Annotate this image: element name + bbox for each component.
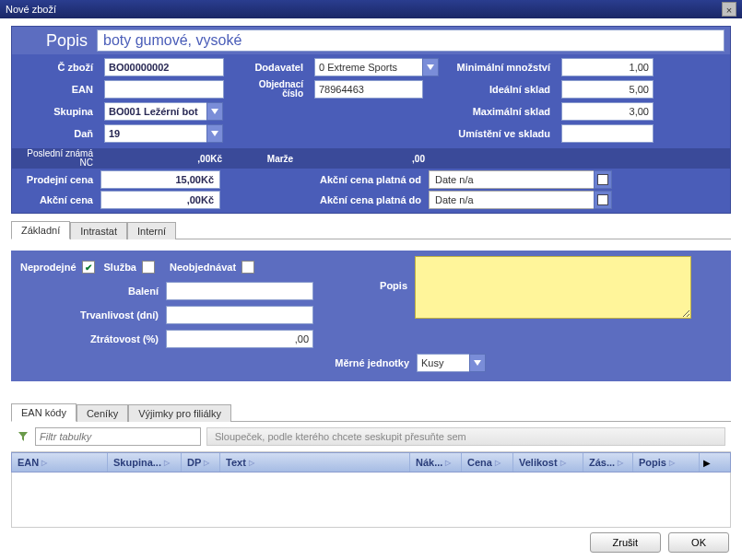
column-popis[interactable]: Popis▷ [633, 453, 700, 472]
akcni-od-label: Akční cena platná od [220, 174, 429, 185]
sluzba-checkbox[interactable] [142, 261, 155, 274]
column-skupina[interactable]: Skupina...▷ [108, 453, 182, 472]
main-panel: Popis Č zboží Dodavatel Minimální množst… [11, 26, 731, 214]
prodejni-input[interactable] [100, 170, 220, 189]
calendar-icon[interactable] [594, 170, 612, 189]
middle-panel: Neprodejné Služba Neobjednávat Balení Tr… [11, 251, 731, 381]
skupina-label: Skupina [18, 106, 100, 117]
grid-header: EAN▷ Skupina...▷ DP▷ Text▷ Nák...▷ Cena▷… [11, 452, 731, 472]
tab-zakladni[interactable]: Základní [11, 221, 70, 239]
column-velikost[interactable]: Velikost▷ [513, 453, 583, 472]
ok-button[interactable]: OK [668, 532, 729, 553]
ztratovost-label: Ztrátovost (%) [20, 333, 159, 344]
tab-vyjimky[interactable]: Výjimky pro filiálky [128, 404, 231, 422]
filter-input[interactable] [35, 427, 201, 446]
popis2-label: Popis [371, 280, 407, 291]
column-ean[interactable]: EAN▷ [12, 453, 108, 472]
dan-dropdown-icon[interactable] [206, 124, 223, 143]
objednaci-input[interactable] [314, 80, 423, 99]
prodejni-label: Prodejní cena [18, 174, 100, 185]
maximal-input[interactable] [561, 102, 654, 121]
scroll-right-icon[interactable]: ▶ [700, 458, 714, 468]
column-zas[interactable]: Zás...▷ [583, 453, 633, 472]
posledni-nc-label: Poslední známá NC [12, 149, 100, 168]
idealni-label: Ideální sklad [447, 84, 558, 95]
umisteni-input[interactable] [561, 124, 654, 143]
trvanlivost-label: Trvanlivost (dní) [20, 309, 159, 321]
tab-ceniky[interactable]: Ceníky [77, 404, 128, 422]
akcni-do-label: Akční cena platná do [220, 194, 429, 205]
column-cena[interactable]: Cena▷ [462, 453, 513, 472]
popis-label: Popis [18, 31, 97, 51]
dodavatel-select[interactable] [314, 58, 423, 76]
tab-intrastat[interactable]: Intrastat [70, 222, 127, 239]
marze-label: Marže [230, 154, 331, 164]
skupina-dropdown-icon[interactable] [206, 102, 223, 121]
window-titlebar: Nové zboží × [0, 0, 742, 18]
dan-label: Daň [18, 128, 100, 139]
akcni-do-input[interactable]: Date n/a [429, 191, 595, 209]
neobjednavat-checkbox[interactable] [241, 261, 254, 274]
maximal-label: Maximální sklad [447, 106, 558, 117]
merne-select[interactable] [417, 354, 470, 372]
upper-tabs: Základní Intrastat Interní [11, 219, 731, 239]
dodavatel-dropdown-icon[interactable] [422, 58, 439, 76]
merne-dropdown-icon[interactable] [469, 354, 486, 372]
group-hint: Sloupeček, podle kterého chcete seskupit… [206, 427, 725, 446]
objednaci-label: Objednací číslo [237, 80, 311, 99]
posledni-nc-value: ,00Kč [100, 154, 230, 164]
tab-interni[interactable]: Interní [127, 222, 176, 239]
dan-select[interactable] [104, 124, 207, 143]
minmnoz-label: Minimální množství [447, 62, 558, 73]
popis2-textarea[interactable] [415, 256, 691, 319]
neprodejne-checkbox[interactable] [82, 261, 95, 274]
calendar-icon[interactable] [594, 191, 612, 209]
ztratovost-input[interactable] [166, 330, 313, 348]
idealni-input[interactable] [561, 80, 654, 99]
window-title: Nové zboží [6, 0, 56, 18]
marze-value: ,00 [331, 154, 432, 164]
czbozi-input[interactable] [104, 58, 224, 76]
akcni-od-input[interactable]: Date n/a [429, 170, 595, 189]
skupina-select[interactable] [104, 102, 207, 121]
trvanlivost-input[interactable] [166, 306, 313, 324]
umisteni-label: Umístění ve skladu [447, 128, 558, 139]
minmnoz-input[interactable] [561, 58, 654, 76]
czbozi-label: Č zboží [18, 62, 100, 73]
akcni-cena-input[interactable] [100, 191, 220, 209]
column-dp[interactable]: DP▷ [182, 453, 220, 472]
lower-tabs: EAN kódy Ceníky Výjimky pro filiálky [11, 402, 731, 422]
ean-label: EAN [18, 84, 100, 95]
popis-input[interactable] [97, 29, 724, 52]
grid-body [11, 472, 731, 528]
neobjednavat-label: Neobjednávat [170, 262, 236, 273]
dodavatel-label: Dodavatel [237, 62, 311, 73]
close-icon[interactable]: × [722, 2, 736, 17]
neprodejne-label: Neprodejné [20, 262, 77, 273]
akcni-cena-label: Akční cena [18, 194, 100, 205]
sluzba-label: Služba [104, 262, 136, 273]
cancel-button[interactable]: Zrušit [590, 532, 662, 553]
baleni-input[interactable] [166, 282, 313, 300]
column-text[interactable]: Text▷ [220, 453, 410, 472]
tab-ean-kody[interactable]: EAN kódy [11, 403, 77, 422]
ean-input[interactable] [104, 80, 224, 99]
baleni-label: Balení [20, 286, 159, 297]
column-nak[interactable]: Nák...▷ [410, 453, 462, 472]
funnel-icon [17, 430, 29, 443]
merne-label: Měrné jednotky [321, 357, 409, 368]
